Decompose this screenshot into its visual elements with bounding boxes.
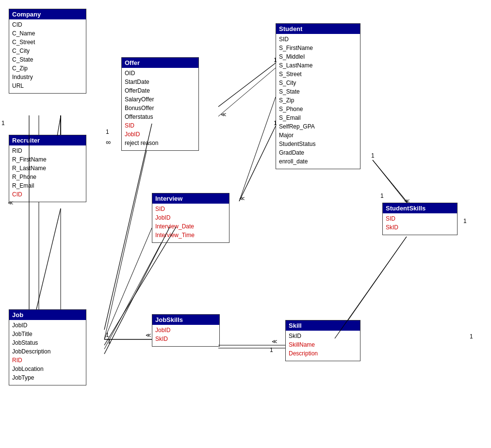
card-job-interview-1: 1: [108, 338, 111, 345]
student-field-studentstatus: StudentStatus: [279, 140, 357, 148]
cardinality-company-recruiter-m: ∞: [106, 138, 111, 146]
svg-line-21: [104, 124, 152, 330]
crow-skill-jobskills: ≪: [272, 338, 278, 344]
job-field-jobid: JobID: [12, 321, 83, 330]
interview-field-sid: SID: [155, 205, 226, 213]
company-body: CID C_Name C_Street C_City C_State C_Zip…: [9, 19, 86, 93]
company-field-ccity: C_City: [12, 47, 83, 55]
recruiter-header: Recruiter: [9, 135, 86, 145]
svg-line-22: [239, 126, 276, 201]
offer-field-offerstatus: Offerstatus: [125, 112, 196, 121]
card-skill-ss-1: 1: [463, 218, 467, 224]
er-diagram: Company CID C_Name C_Street C_City C_Sta…: [0, 0, 491, 448]
offer-field-startdate: StartDate: [125, 78, 196, 86]
interview-body: SID JobID Interview_Date Interview_Time: [152, 204, 229, 242]
svg-line-15: [57, 116, 61, 136]
skill-field-description: Description: [289, 349, 357, 358]
recruiter-field-rlastname: R_LastName: [12, 164, 83, 173]
jobskills-header: JobSkills: [152, 315, 219, 325]
offer-body: OID StartDate OfferDate SalaryOffer Bonu…: [122, 68, 198, 150]
studentskills-field-skid: SkID: [386, 223, 454, 232]
skill-field-skillname: SkillName: [289, 340, 357, 349]
student-field-sfirstname: S_FirstName: [279, 44, 357, 52]
student-field-szip: S_Zip: [279, 96, 357, 105]
company-field-czip: C_Zip: [12, 64, 83, 73]
skill-body: SkID SkillName Description: [286, 331, 360, 361]
job-field-jobtype: JobType: [12, 373, 83, 382]
student-field-smiddlei: S_MiddleI: [279, 52, 357, 61]
recruiter-field-rphone: R_Phone: [12, 173, 83, 181]
svg-line-6: [104, 127, 152, 339]
company-field-cstate: C_State: [12, 55, 83, 64]
student-body: SID S_FirstName S_MiddleI S_LastName S_S…: [276, 34, 360, 169]
interview-header: Interview: [152, 193, 229, 204]
recruiter-field-cid: CID: [12, 190, 83, 199]
student-field-scity: S_City: [279, 79, 357, 87]
interview-field-interviewdate: Interview_Date: [155, 222, 226, 231]
offer-field-salaryoffer: SalaryOffer: [125, 95, 196, 104]
student-field-sid: SID: [279, 35, 357, 44]
card-company-job-1: 1: [1, 120, 5, 127]
svg-line-7: [239, 97, 276, 201]
offer-table: Offer OID StartDate OfferDate SalaryOffe…: [121, 57, 199, 151]
recruiter-field-rfirstname: R_FirstName: [12, 155, 83, 164]
crow-jobskills-job: ≪: [146, 332, 151, 338]
card-skill-jobskills-1: 1: [270, 347, 273, 353]
job-table: Job JobID JobTitle JobStatus JobDescript…: [9, 309, 86, 385]
studentskills-header: StudentSkills: [383, 203, 457, 213]
job-header: Job: [9, 310, 86, 320]
card-student-ss-1: 1: [371, 152, 375, 159]
jobskills-field-jobid: JobID: [155, 326, 216, 335]
job-field-rid: RID: [12, 356, 83, 365]
student-table: Student SID S_FirstName S_MiddleI S_Last…: [276, 23, 360, 169]
company-header: Company: [9, 9, 86, 19]
offer-field-oid: OID: [125, 69, 196, 78]
student-field-major: Major: [279, 131, 357, 140]
company-field-industry: Industry: [12, 73, 83, 81]
recruiter-table: Recruiter RID R_FirstName R_LastName R_P…: [9, 135, 86, 202]
offer-field-offerdate: OfferDate: [125, 86, 196, 95]
card-ss-top-1: 1: [380, 192, 384, 199]
student-field-sstate: S_State: [279, 87, 357, 96]
student-header: Student: [276, 24, 360, 34]
recruiter-field-remail: R_Email: [12, 181, 83, 190]
skill-header: Skill: [286, 320, 360, 331]
svg-line-20: [218, 63, 276, 107]
jobskills-field-skid: SkID: [155, 335, 216, 343]
student-field-sphone: S_Phone: [279, 105, 357, 113]
recruiter-body: RID R_FirstName R_LastName R_Phone R_Ema…: [9, 145, 86, 202]
cardinality-company-recruiter-1: 1: [106, 128, 109, 135]
card-job-jobskills-1: 1: [106, 332, 109, 338]
job-body: JobID JobTitle JobStatus JobDescription …: [9, 320, 86, 385]
company-field-cid: CID: [12, 20, 83, 29]
offer-field-bonusoffer: BonusOffer: [125, 104, 196, 112]
company-field-cname: C_Name: [12, 29, 83, 38]
interview-table: Interview SID JobID Interview_Date Inter…: [152, 193, 229, 243]
student-field-selfrepgpa: SelfRep_GPA: [279, 122, 357, 131]
offer-field-jobid: JobID: [125, 130, 196, 139]
job-field-jobstatus: JobStatus: [12, 338, 83, 347]
svg-line-5: [218, 68, 276, 116]
company-field-cstreet: C_Street: [12, 38, 83, 47]
company-table: Company CID C_Name C_Street C_City C_Sta…: [9, 9, 86, 94]
student-field-graddate: GradDate: [279, 148, 357, 157]
recruiter-field-rid: RID: [12, 146, 83, 155]
svg-line-3: [104, 228, 152, 339]
interview-field-jobid: JobID: [155, 213, 226, 222]
svg-line-24: [373, 160, 408, 203]
offer-header: Offer: [122, 58, 198, 68]
svg-line-17: [36, 208, 61, 309]
skill-table: Skill SkID SkillName Description: [285, 320, 360, 361]
skill-field-skid: SkID: [289, 332, 357, 340]
studentskills-body: SID SkID: [383, 213, 457, 235]
student-field-slastname: S_LastName: [279, 61, 357, 70]
job-field-joblocation: JobLocation: [12, 365, 83, 373]
jobskills-table: JobSkills JobID SkID: [152, 314, 220, 347]
jobskills-body: JobID SkID: [152, 325, 219, 346]
offer-field-rejectreason: reject reason: [125, 139, 196, 147]
student-field-semail: S_Email: [279, 113, 357, 122]
student-field-enrolldate: enroll_date: [279, 157, 357, 166]
job-field-jobtitle: JobTitle: [12, 330, 83, 338]
studentskills-field-sid: SID: [386, 214, 454, 223]
crow-offer-sid: ≪: [221, 112, 227, 117]
